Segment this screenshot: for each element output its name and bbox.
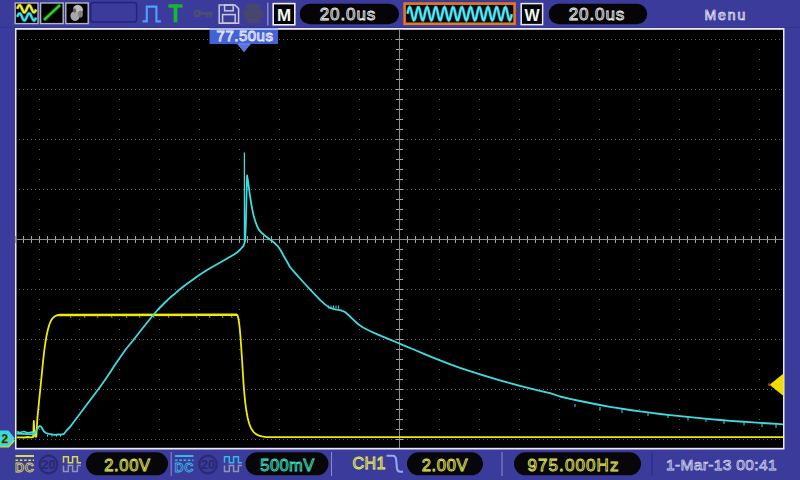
svg-text:Menu: Menu xyxy=(705,7,748,23)
svg-text:500mV: 500mV xyxy=(260,456,314,474)
svg-text:DC: DC xyxy=(175,461,194,475)
svg-text:2: 2 xyxy=(1,432,8,446)
svg-text:2.00V: 2.00V xyxy=(422,456,469,474)
svg-text:20: 20 xyxy=(42,458,56,472)
svg-text:CH1: CH1 xyxy=(353,455,387,472)
svg-text:77.50us: 77.50us xyxy=(217,27,274,44)
svg-text:20.0us: 20.0us xyxy=(569,5,625,24)
svg-text:W: W xyxy=(524,7,540,24)
svg-text:M: M xyxy=(277,6,291,25)
svg-text:20: 20 xyxy=(201,458,215,472)
svg-text:DC: DC xyxy=(15,461,34,475)
svg-text:1-Mar-13 00:41: 1-Mar-13 00:41 xyxy=(666,456,777,473)
svg-text:975.000Hz: 975.000Hz xyxy=(527,456,619,475)
svg-text:20.0us: 20.0us xyxy=(320,5,376,24)
svg-text:2.00V: 2.00V xyxy=(104,456,151,474)
